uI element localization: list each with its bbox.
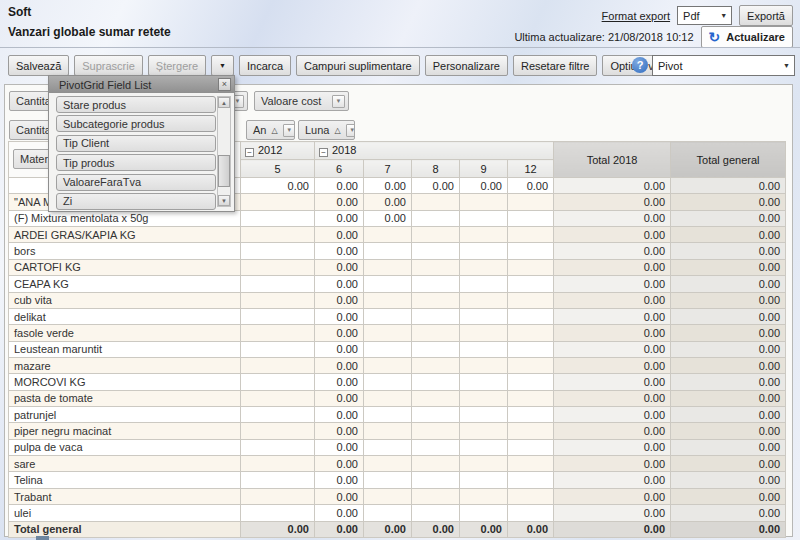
table-row: pasta de tomate0.000.000.00 bbox=[9, 390, 786, 406]
filter-dropdown-icon[interactable]: ▼ bbox=[283, 124, 295, 137]
value-cell bbox=[508, 210, 554, 226]
value-cell: 0.00 bbox=[364, 210, 412, 226]
field-list-item[interactable]: Stare produs bbox=[56, 96, 216, 113]
value-cell: 0.00 bbox=[554, 505, 671, 521]
field-list-item[interactable]: Subcategorie produs bbox=[56, 115, 216, 132]
value-cell bbox=[460, 194, 508, 210]
field-list-item[interactable]: Tip Client bbox=[56, 135, 216, 152]
value-cell: 0.00 bbox=[412, 178, 460, 194]
value-cell bbox=[412, 374, 460, 390]
data-field-valoare-cost[interactable]: Valoare cost ▼ bbox=[254, 91, 349, 111]
value-cell bbox=[460, 488, 508, 504]
value-cell: 0.00 bbox=[671, 521, 786, 537]
field-list-titlebar[interactable]: PivotGrid Field List × bbox=[49, 76, 234, 93]
collapse-icon[interactable]: − bbox=[319, 148, 328, 157]
export-button[interactable]: Exportă bbox=[739, 5, 793, 26]
chevron-down-icon: ▼ bbox=[783, 62, 790, 69]
value-cell bbox=[241, 423, 315, 439]
column-header-month[interactable]: 12 bbox=[508, 160, 554, 178]
value-cell bbox=[364, 407, 412, 423]
format-export-link[interactable]: Format export bbox=[602, 10, 670, 22]
value-cell: 0.00 bbox=[315, 194, 364, 210]
value-cell bbox=[241, 227, 315, 243]
toolbar-button-3[interactable]: ▼ bbox=[211, 55, 234, 76]
column-header-month[interactable]: 5 bbox=[241, 160, 315, 178]
refresh-button[interactable]: ↻ Actualizare bbox=[701, 26, 793, 48]
value-cell bbox=[364, 439, 412, 455]
field-list-scrollbar[interactable]: ▲ ▼ bbox=[217, 96, 231, 207]
value-cell: 0.00 bbox=[315, 243, 364, 259]
value-cell: 0.00 bbox=[671, 276, 786, 292]
collapse-icon[interactable]: − bbox=[245, 148, 254, 157]
table-row: (F) Mixtura mentolata x 50g0.000.000.000… bbox=[9, 210, 786, 226]
column-header-month[interactable]: 6 bbox=[315, 160, 364, 178]
column-header-2012[interactable]: −2012 bbox=[241, 142, 315, 160]
value-cell: 0.00 bbox=[315, 390, 364, 406]
toolbar-button-7[interactable]: Resetare filtre bbox=[513, 55, 597, 76]
value-cell: 0.00 bbox=[412, 521, 460, 537]
value-cell: 0.00 bbox=[460, 521, 508, 537]
column-header-month[interactable]: 8 bbox=[412, 160, 460, 178]
value-cell: 0.00 bbox=[315, 308, 364, 324]
value-cell bbox=[412, 243, 460, 259]
value-cell bbox=[241, 374, 315, 390]
value-cell: 0.00 bbox=[671, 505, 786, 521]
column-header-month[interactable]: 7 bbox=[364, 160, 412, 178]
row-label: CARTOFI KG bbox=[9, 259, 241, 275]
value-cell bbox=[241, 472, 315, 488]
value-cell bbox=[241, 276, 315, 292]
close-icon[interactable]: × bbox=[218, 78, 231, 91]
value-cell bbox=[412, 407, 460, 423]
value-cell: 0.00 bbox=[508, 178, 554, 194]
value-cell: 0.00 bbox=[315, 210, 364, 226]
field-list-title: PivotGrid Field List bbox=[59, 79, 151, 91]
value-cell: 0.00 bbox=[554, 521, 671, 537]
value-cell: 0.00 bbox=[315, 456, 364, 472]
toolbar-button-0[interactable]: Salvează bbox=[8, 55, 69, 76]
value-cell bbox=[241, 194, 315, 210]
field-list-item[interactable]: Tip produs bbox=[56, 154, 216, 171]
field-label: Valoare cost bbox=[261, 95, 321, 107]
scroll-up-icon[interactable]: ▲ bbox=[218, 97, 230, 108]
value-cell: 0.00 bbox=[315, 276, 364, 292]
field-list-item[interactable]: ValoareFaraTva bbox=[56, 174, 216, 191]
scroll-down-icon[interactable]: ▼ bbox=[218, 195, 230, 206]
value-cell bbox=[241, 488, 315, 504]
row-label: patrunjel bbox=[9, 407, 241, 423]
value-cell: 0.00 bbox=[554, 210, 671, 226]
column-header-month[interactable]: 9 bbox=[460, 160, 508, 178]
value-cell bbox=[460, 227, 508, 243]
value-cell bbox=[460, 243, 508, 259]
value-cell bbox=[241, 390, 315, 406]
value-cell: 0.00 bbox=[554, 472, 671, 488]
field-list-item[interactable]: Zi bbox=[56, 193, 216, 210]
value-cell bbox=[460, 439, 508, 455]
column-header-2018[interactable]: −2018 bbox=[315, 142, 554, 160]
table-row: bors0.000.000.00 bbox=[9, 243, 786, 259]
scrollbar-thumb[interactable] bbox=[218, 155, 230, 187]
value-cell bbox=[364, 341, 412, 357]
value-cell bbox=[412, 276, 460, 292]
value-cell bbox=[412, 341, 460, 357]
filter-dropdown-icon[interactable]: ▼ bbox=[332, 95, 345, 108]
value-cell bbox=[241, 292, 315, 308]
value-cell bbox=[508, 341, 554, 357]
toolbar-button-5[interactable]: Campuri suplimentare bbox=[296, 55, 420, 76]
value-cell bbox=[508, 456, 554, 472]
toolbar-button-6[interactable]: Personalizare bbox=[425, 55, 508, 76]
value-cell bbox=[412, 488, 460, 504]
toolbar-button-2[interactable]: Ștergere bbox=[148, 55, 206, 76]
export-format-select[interactable]: Pdf ▼ bbox=[677, 6, 732, 25]
value-cell bbox=[508, 357, 554, 373]
column-header-total-general: Total general bbox=[671, 142, 786, 178]
column-field-an[interactable]: An △ ▼ bbox=[246, 120, 295, 140]
toolbar-button-1[interactable]: Suprascrie bbox=[74, 55, 143, 76]
toolbar-button-4[interactable]: Incarca bbox=[239, 55, 291, 76]
view-mode-select[interactable]: Pivot ▼ bbox=[652, 55, 795, 76]
value-cell: 0.00 bbox=[315, 341, 364, 357]
help-icon[interactable]: ? bbox=[632, 57, 648, 73]
value-cell: 0.00 bbox=[315, 227, 364, 243]
value-cell bbox=[241, 456, 315, 472]
column-field-luna[interactable]: Luna △ ▼ bbox=[298, 120, 355, 140]
filter-dropdown-icon[interactable]: ▼ bbox=[346, 124, 355, 137]
